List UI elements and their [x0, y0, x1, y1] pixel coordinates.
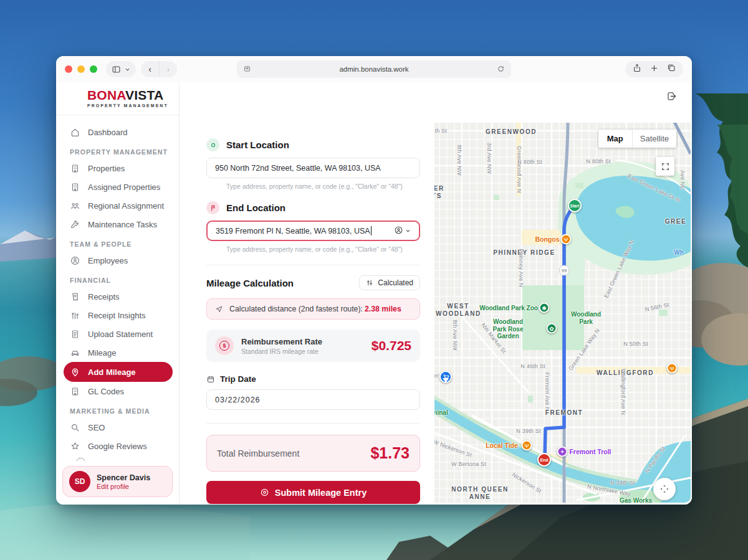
map-marker-start[interactable]: Start [568, 199, 582, 212]
end-flag-icon [206, 201, 219, 214]
browser-window: ‹ › admin.bonavista.work BONAVISTA PROPE… [56, 56, 692, 505]
sidebar-section-header: TEAM & PEOPLE [70, 240, 173, 248]
sidebar-item-label: Properties [88, 164, 125, 173]
sidebar-item-add-mileage[interactable]: Add Mileage [64, 362, 173, 382]
new-tab-icon[interactable] [650, 64, 658, 75]
avatar: SD [69, 471, 90, 492]
sidebar-item-label: Dashboard [88, 128, 128, 137]
desktop-background: ‹ › admin.bonavista.work BONAVISTA PROPE… [0, 0, 748, 560]
brand-logo[interactable]: BONAVISTA PROPERTY MANAGEMENT [56, 82, 179, 115]
edit-profile-link[interactable]: Edit profile [97, 483, 150, 490]
person-icon [70, 255, 80, 266]
mileage-entry-form: Start Location 950 North 72nd Street, Se… [206, 138, 420, 504]
chevron-down-icon [125, 67, 130, 72]
sidebar-item-maintenance-tasks[interactable]: Maintenance Tasks [64, 215, 173, 234]
pan-control[interactable] [653, 478, 676, 500]
share-icon[interactable] [633, 64, 641, 75]
sidebar-section-header: FINANCIAL [70, 277, 173, 284]
mileage-calculation-heading: Mileage Calculation [206, 278, 294, 288]
map-marker-garden[interactable]: ✿ [547, 323, 557, 334]
fullscreen-button[interactable] [656, 157, 674, 176]
sidebar-item-regional-assignment[interactable]: Regional Assignment [64, 196, 173, 215]
sidebar-item-label: Regional Assignment [88, 201, 164, 211]
sidebar-item-seo[interactable]: SEO [64, 418, 173, 437]
tab-overview-icon[interactable] [667, 64, 676, 75]
map-marker-restaurant[interactable]: Ψ [522, 440, 532, 451]
calendar-icon [206, 375, 215, 384]
home-icon [70, 127, 80, 138]
map-marker-restaurant[interactable]: Ψ [561, 234, 572, 245]
map-marker-attraction[interactable]: ✦ [557, 447, 568, 457]
sidebar-item-properties[interactable]: Properties [64, 159, 173, 178]
end-location-input[interactable]: 3519 Fremont Pl N, Seattle, WA 98103, US… [206, 221, 420, 241]
map-canvas [434, 123, 691, 503]
sidebar-item-label: Mileage [88, 348, 117, 358]
sidebar-item-upload-statement[interactable]: Upload Statement [64, 325, 173, 343]
map-type-control: Map Satellite [598, 130, 676, 148]
map-marker-end[interactable]: End [537, 453, 551, 467]
map-view-button[interactable]: Map [598, 130, 633, 148]
logout-icon[interactable] [666, 91, 677, 104]
total-label: Total Reimbursement [217, 448, 299, 458]
sidebar-item-mileage[interactable]: Mileage [64, 343, 173, 362]
map-marker-zoo[interactable]: ✱ [539, 303, 550, 313]
rate-title: Reimbursement Rate [241, 337, 322, 346]
sidebar-section-header: MARKETING & MEDIA [70, 407, 173, 415]
route-map[interactable]: NW 85th StGREENWOOD8th Ave NW3rd Ave NWG… [434, 123, 691, 503]
map-marker-restaurant[interactable]: Ψ [667, 363, 678, 374]
trip-date-input[interactable]: 03/22/2026 [206, 389, 420, 410]
start-location-value: 950 North 72nd Street, Seattle, WA 98103… [215, 164, 381, 173]
location-pin-icon [70, 367, 80, 377]
wrench-icon [70, 219, 80, 230]
start-location-input[interactable]: 950 North 72nd Street, Seattle, WA 98103… [206, 158, 420, 178]
sidebar-panel-icon [112, 65, 121, 74]
map-marker-cart[interactable] [439, 371, 452, 383]
address-bar[interactable]: admin.bonavista.work [237, 60, 511, 78]
reader-icon[interactable] [243, 65, 251, 74]
contact-autofill-icon[interactable] [394, 225, 403, 237]
end-location-heading: End Location [206, 201, 420, 214]
sidebar-item-dashboard[interactable]: Dashboard [64, 123, 173, 141]
calculated-badge[interactable]: Calculated [359, 275, 420, 290]
close-window-button[interactable] [65, 65, 72, 73]
sidebar-item-employees[interactable]: Employees [64, 251, 173, 270]
sliders-icon [366, 279, 373, 287]
sidebar-item-assigned-properties[interactable]: Assigned Properties [64, 178, 173, 196]
divider [206, 265, 420, 265]
end-location-helper: Type address, property name, or code (e.… [226, 245, 420, 253]
building-icon [70, 163, 80, 174]
sidebar-item-label: Employees [88, 256, 128, 265]
zoom-window-button[interactable] [90, 65, 97, 73]
user-profile-card[interactable]: SD Spencer Davis Edit profile [62, 466, 173, 497]
sidebar-nav: Dashboard PROPERTY MANAGEMENT Properties… [56, 115, 179, 461]
sidebar-section-header: PROPERTY MANAGEMENT [70, 148, 173, 156]
submit-mileage-button[interactable]: Submit Mileage Entry [206, 481, 420, 504]
sidebar-item-label: Upload Statement [88, 330, 153, 339]
back-button[interactable]: ‹ [141, 61, 159, 77]
minimize-window-button[interactable] [77, 65, 85, 73]
chevron-down-icon[interactable] [405, 227, 411, 235]
sidebar-item-label: Google Reviews [88, 442, 147, 451]
start-location-helper: Type address, property name, or code (e.… [226, 183, 420, 190]
sidebar-item-label: Add Mileage [88, 368, 136, 377]
sidebar-item-google-reviews[interactable]: Google Reviews [64, 437, 173, 455]
end-location-value: 3519 Fremont Pl N, Seattle, WA 98103, US… [216, 227, 370, 235]
sidebar-item-receipts[interactable]: Receipts [64, 287, 173, 306]
trip-date-label: Trip Date [206, 374, 420, 384]
divider [206, 423, 420, 424]
satellite-view-button[interactable]: Satellite [633, 130, 676, 148]
rate-value: $0.725 [372, 338, 411, 353]
forward-button[interactable]: › [159, 61, 177, 77]
distance-text: Calculated distance (2nd fastest route):… [229, 305, 401, 313]
sidebar-item-label: Receipts [88, 292, 120, 301]
sidebar-item-gl-codes[interactable]: GL Codes [64, 382, 173, 401]
sidebar-toggle-button[interactable] [106, 61, 136, 77]
sidebar-item-receipt-insights[interactable]: Receipt Insights [64, 306, 173, 325]
start-location-heading: Start Location [206, 138, 420, 151]
trip-date-value: 03/22/2026 [215, 396, 261, 404]
toolbar-right-cluster [625, 61, 683, 77]
refresh-icon[interactable] [497, 65, 505, 74]
main-content: Start Location 950 North 72nd Street, Se… [180, 82, 692, 505]
sidebar-item-label: SEO [88, 423, 105, 432]
car-icon [70, 348, 80, 358]
